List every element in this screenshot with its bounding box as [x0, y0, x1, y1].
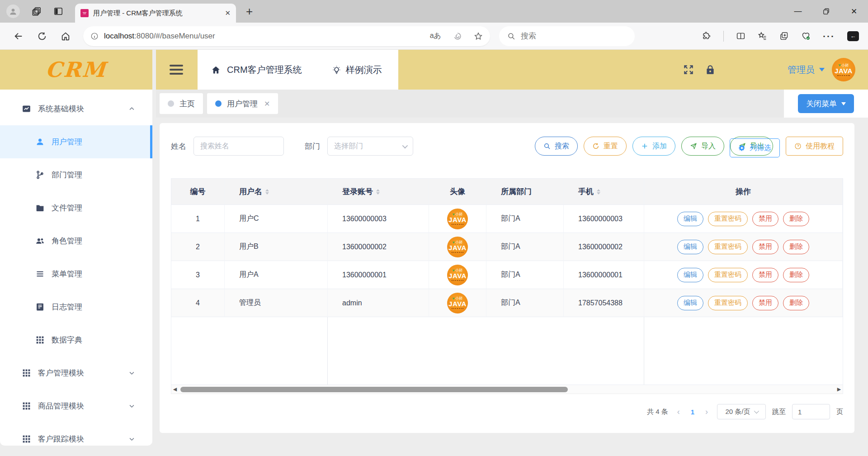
toolbar-button-1[interactable]: 搜索: [535, 137, 578, 156]
favorites-icon[interactable]: [758, 31, 767, 41]
row-action-2[interactable]: 重置密码: [708, 268, 748, 282]
horizontal-scrollbar[interactable]: ◀ ▶: [171, 385, 843, 394]
toolbar-button-7[interactable]: 使用教程: [786, 137, 843, 156]
collections-icon[interactable]: [779, 31, 789, 41]
column-header[interactable]: 用户名: [225, 179, 328, 205]
row-action-1[interactable]: 编辑: [677, 212, 703, 226]
user-icon: [35, 137, 45, 147]
sidebar-item-2[interactable]: 用户管理: [0, 125, 152, 158]
current-page[interactable]: 1: [689, 408, 696, 416]
workspaces-icon[interactable]: [32, 6, 42, 16]
user-avatar[interactable]: 小郑 JAVA: [832, 58, 855, 81]
browser-essentials-icon[interactable]: [801, 31, 811, 41]
user-avatar: 小郑JAVA: [447, 265, 468, 285]
favorite-star-icon[interactable]: [474, 32, 483, 41]
sidebar-toggle-icon[interactable]: ←: [847, 31, 859, 41]
name-filter-label: 姓名: [171, 141, 186, 152]
minimize-button[interactable]: —: [784, 0, 812, 23]
browser-profile-icon[interactable]: [6, 5, 20, 18]
user-avatar: 小郑JAVA: [447, 209, 468, 229]
toolbar-button-3[interactable]: 添加: [632, 137, 675, 156]
column-header[interactable]: 登录账号: [328, 179, 429, 205]
demo-link[interactable]: 样例演示: [332, 64, 382, 76]
translate-icon[interactable]: aあ: [430, 31, 441, 41]
sidebar-item-label: 部门管理: [52, 170, 82, 180]
sidebar-item-3[interactable]: 部门管理: [0, 158, 152, 191]
chevron-down-icon: [402, 142, 408, 148]
next-page-button[interactable]: ›: [703, 407, 711, 417]
home-icon[interactable]: [61, 31, 71, 41]
sidebar-item-label: 客户跟踪模块: [38, 434, 84, 444]
toolbar-button-2[interactable]: 重置: [584, 137, 627, 156]
home-icon[interactable]: [211, 65, 221, 75]
page-size-select[interactable]: 20 条/页: [717, 404, 766, 419]
current-user[interactable]: 管理员: [788, 64, 815, 76]
sort-carets-icon[interactable]: [597, 189, 600, 195]
user-caret-icon[interactable]: [819, 68, 825, 74]
jump-page-input[interactable]: [792, 404, 830, 419]
sidebar-item-4[interactable]: 文件管理: [0, 191, 152, 224]
tab-close-icon[interactable]: ✕: [264, 100, 270, 108]
app-title[interactable]: CRM客户管理系统: [227, 64, 302, 76]
sidebar-item-6[interactable]: 菜单管理: [0, 257, 152, 290]
row-action-2[interactable]: 重置密码: [708, 212, 748, 226]
swirl-icon[interactable]: [453, 32, 462, 41]
row-action-4[interactable]: 删除: [783, 268, 809, 282]
new-tab-button[interactable]: +: [246, 5, 253, 19]
tab-close-icon[interactable]: ✕: [225, 9, 231, 17]
main-panel: CRM客户管理系统 样例演示 管理员 小郑 JAVA 主页用户管理✕: [156, 50, 868, 456]
row-action-2[interactable]: 重置密码: [708, 240, 748, 254]
lock-icon[interactable]: [704, 64, 716, 76]
column-header[interactable]: 手机: [564, 179, 644, 205]
row-action-4[interactable]: 删除: [783, 296, 809, 310]
row-action-3[interactable]: 禁用: [752, 212, 778, 226]
sidebar-item-9[interactable]: 客户管理模块: [0, 356, 152, 390]
prev-page-button[interactable]: ‹: [675, 407, 683, 417]
cell-dept: 部门A: [486, 289, 564, 317]
refresh-icon: [592, 142, 599, 150]
scroll-right-icon[interactable]: ▶: [835, 386, 843, 392]
row-action-1[interactable]: 编辑: [677, 296, 703, 310]
site-info-icon[interactable]: [90, 32, 99, 40]
sidebar-item-5[interactable]: 角色管理: [0, 224, 152, 257]
view-tab-1[interactable]: 主页: [160, 93, 203, 114]
extensions-icon[interactable]: [702, 31, 711, 41]
name-search-input[interactable]: [193, 137, 284, 156]
sidebar-item-8[interactable]: 数据字典: [0, 323, 152, 356]
row-action-3[interactable]: 禁用: [752, 296, 778, 310]
row-action-1[interactable]: 编辑: [677, 268, 703, 282]
back-icon[interactable]: [14, 31, 24, 41]
sort-carets-icon[interactable]: [376, 189, 380, 195]
close-button[interactable]: ✕: [840, 0, 868, 23]
sort-carets-icon[interactable]: [265, 189, 269, 195]
scroll-left-icon[interactable]: ◀: [171, 386, 179, 392]
more-menu-icon[interactable]: ···: [823, 31, 835, 42]
vertical-tabs-icon[interactable]: [53, 6, 63, 16]
row-action-2[interactable]: 重置密码: [708, 296, 748, 310]
restore-button[interactable]: [812, 0, 840, 23]
toolbar-button-6[interactable]: 列筛选: [730, 138, 780, 157]
sidebar-item-10[interactable]: 商品管理模块: [0, 390, 152, 423]
row-action-4[interactable]: 删除: [783, 240, 809, 254]
reload-icon[interactable]: [37, 31, 47, 41]
split-screen-icon[interactable]: [736, 31, 745, 41]
row-action-4[interactable]: 删除: [783, 212, 809, 226]
toolbar-button-4[interactable]: 导入: [681, 137, 724, 156]
row-action-3[interactable]: 禁用: [752, 268, 778, 282]
scrollbar-thumb[interactable]: [180, 387, 568, 392]
hamburger-icon[interactable]: [170, 65, 183, 75]
toolbar-button-label: 重置: [604, 142, 618, 151]
sidebar-item-7[interactable]: 日志管理: [0, 290, 152, 323]
close-menu-button[interactable]: 关闭菜单: [798, 94, 854, 113]
dept-select[interactable]: 选择部门: [327, 137, 413, 156]
cell-username: 用户C: [225, 205, 328, 233]
browser-search-box[interactable]: 搜索: [499, 26, 635, 46]
sidebar-item-11[interactable]: 客户跟踪模块: [0, 423, 152, 446]
address-bar[interactable]: localhost:8080/#/baseMenu/user aあ: [83, 26, 490, 46]
row-action-3[interactable]: 禁用: [752, 240, 778, 254]
sidebar-item-1[interactable]: 系统基础模块: [0, 92, 152, 125]
fullscreen-icon[interactable]: [683, 64, 694, 76]
view-tab-2[interactable]: 用户管理✕: [207, 93, 278, 114]
browser-tab[interactable]: 用户管理 - CRM客户管理系统 ✕: [75, 4, 236, 23]
row-action-1[interactable]: 编辑: [677, 240, 703, 254]
